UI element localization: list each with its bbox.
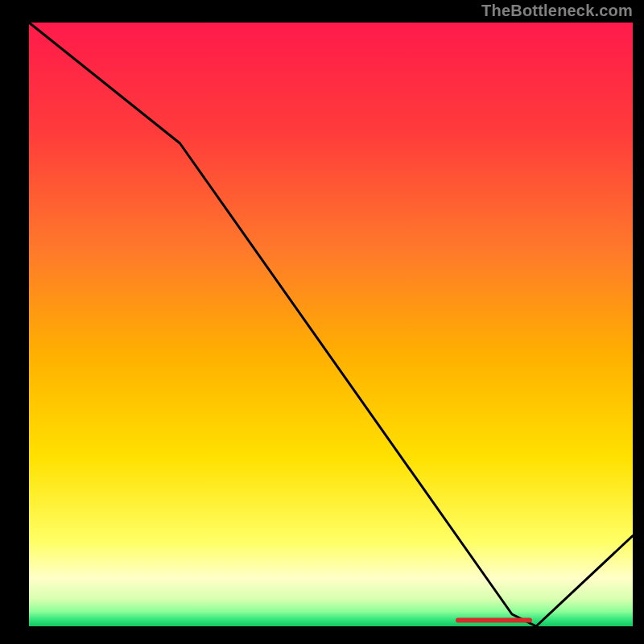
watermark-label: TheBottleneck.com (481, 2, 633, 20)
chart-annotation-marker (456, 618, 532, 623)
chart-svg (0, 0, 644, 644)
chart-plot-area (29, 23, 633, 626)
chart-frame: TheBottleneck.com (0, 0, 644, 644)
